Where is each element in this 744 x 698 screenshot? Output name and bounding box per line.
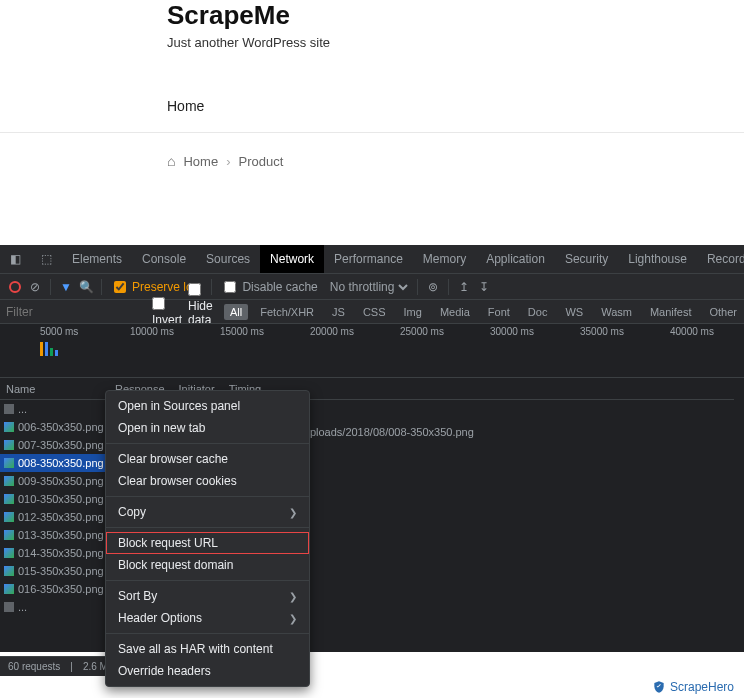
preserve-log-input[interactable] — [114, 281, 126, 293]
filter-other[interactable]: Other — [704, 304, 744, 320]
filter-font[interactable]: Font — [482, 304, 516, 320]
request-row[interactable]: ... — [0, 400, 105, 418]
request-row[interactable]: 015-350x350.png — [0, 562, 105, 580]
dock-icon[interactable]: ◧ — [0, 252, 31, 266]
timeline[interactable]: 5000 ms 10000 ms 15000 ms 20000 ms 25000… — [0, 323, 744, 377]
tab-lighthouse[interactable]: Lighthouse — [618, 245, 697, 273]
chevron-right-icon: › — [226, 154, 230, 169]
chevron-right-icon: ❯ — [289, 591, 297, 602]
chevron-right-icon: ❯ — [289, 507, 297, 518]
invert-input[interactable] — [152, 297, 165, 310]
inspect-icon[interactable]: ⬚ — [31, 252, 62, 266]
ctx-sort-by[interactable]: Sort By❯ — [106, 585, 309, 607]
breadcrumb-product[interactable]: Product — [239, 154, 284, 169]
tab-network[interactable]: Network — [260, 245, 324, 273]
request-row[interactable]: 009-350x350.png — [0, 472, 105, 490]
filter-media[interactable]: Media — [434, 304, 476, 320]
footer-brand[interactable]: ScrapeHero — [652, 680, 734, 694]
tab-application[interactable]: Application — [476, 245, 555, 273]
filter-doc[interactable]: Doc — [522, 304, 554, 320]
timeline-tick: 20000 ms — [310, 326, 354, 337]
separator — [417, 279, 418, 295]
ctx-block-url[interactable]: Block request URL — [106, 532, 309, 554]
site-title: ScrapeMe — [167, 0, 744, 31]
filter-icon[interactable]: ▼ — [57, 278, 75, 296]
filter-css[interactable]: CSS — [357, 304, 392, 320]
status-requests: 60 requests — [8, 661, 60, 672]
request-row[interactable]: 014-350x350.png — [0, 544, 105, 562]
site-tagline: Just another WordPress site — [167, 35, 744, 50]
separator — [101, 279, 102, 295]
home-icon[interactable]: ⌂ — [167, 153, 175, 169]
hide-data-input[interactable] — [188, 283, 201, 296]
download-icon[interactable]: ↧ — [475, 278, 493, 296]
ctx-open-tab[interactable]: Open in new tab — [106, 417, 309, 439]
menu-separator — [106, 443, 309, 444]
tab-elements[interactable]: Elements — [62, 245, 132, 273]
chevron-right-icon: ❯ — [289, 613, 297, 624]
request-row[interactable]: 016-350x350.png — [0, 580, 105, 598]
filter-wasm[interactable]: Wasm — [595, 304, 638, 320]
filter-all[interactable]: All — [224, 304, 248, 320]
timeline-tick: 15000 ms — [220, 326, 264, 337]
request-list-header[interactable]: Name — [0, 378, 105, 400]
filter-manifest[interactable]: Manifest — [644, 304, 698, 320]
menu-separator — [106, 496, 309, 497]
tab-security[interactable]: Security — [555, 245, 618, 273]
tab-console[interactable]: Console — [132, 245, 196, 273]
timeline-tick: 35000 ms — [580, 326, 624, 337]
request-row[interactable]: 013-350x350.png — [0, 526, 105, 544]
request-row[interactable]: 006-350x350.png — [0, 418, 105, 436]
timeline-tick: 5000 ms — [40, 326, 78, 337]
request-row[interactable]: 010-350x350.png — [0, 490, 105, 508]
footer-brand-text: ScrapeHero — [670, 680, 734, 694]
search-icon[interactable]: 🔍 — [77, 278, 95, 296]
separator — [50, 279, 51, 295]
ctx-override[interactable]: Override headers — [106, 660, 309, 682]
breadcrumb-home[interactable]: Home — [183, 154, 218, 169]
ctx-block-domain[interactable]: Block request domain — [106, 554, 309, 576]
tab-sources[interactable]: Sources — [196, 245, 260, 273]
disable-cache-checkbox[interactable]: Disable cache — [218, 280, 323, 294]
disable-cache-input[interactable] — [224, 281, 236, 293]
network-toolbar: ⊘ ▼ 🔍 Preserve log Disable cache No thro… — [0, 273, 744, 299]
menu-separator — [106, 580, 309, 581]
ctx-clear-cache[interactable]: Clear browser cache — [106, 448, 309, 470]
ctx-open-sources[interactable]: Open in Sources panel — [106, 395, 309, 417]
timeline-tick: 40000 ms — [670, 326, 714, 337]
upload-icon[interactable]: ↥ — [455, 278, 473, 296]
filter-img[interactable]: Img — [398, 304, 428, 320]
filter-input[interactable] — [6, 305, 146, 319]
filter-js[interactable]: JS — [326, 304, 351, 320]
breadcrumb: ⌂ Home › Product — [167, 153, 744, 169]
filter-bar: Invert Hide data URLs All Fetch/XHR JS C… — [0, 299, 744, 323]
timeline-tick: 30000 ms — [490, 326, 534, 337]
request-row[interactable]: 012-350x350.png — [0, 508, 105, 526]
request-row-selected[interactable]: 008-350x350.png — [0, 454, 105, 472]
timeline-tick: 10000 ms — [130, 326, 174, 337]
filter-fetchxhr[interactable]: Fetch/XHR — [254, 304, 320, 320]
invert-checkbox[interactable]: Invert — [152, 297, 182, 327]
disable-cache-label: Disable cache — [242, 280, 317, 294]
record-button[interactable] — [6, 278, 24, 296]
wifi-icon[interactable]: ⊚ — [424, 278, 442, 296]
request-row[interactable]: ... — [0, 598, 105, 616]
nav-home[interactable]: Home — [167, 98, 744, 114]
ctx-save-har[interactable]: Save all as HAR with content — [106, 638, 309, 660]
clear-button[interactable]: ⊘ — [26, 278, 44, 296]
ctx-clear-cookies[interactable]: Clear browser cookies — [106, 470, 309, 492]
timeline-bars — [40, 342, 58, 356]
tab-recorder[interactable]: Recorder — [697, 245, 744, 273]
throttling-select[interactable]: No throttling — [326, 279, 411, 295]
menu-separator — [106, 633, 309, 634]
ctx-header-options[interactable]: Header Options❯ — [106, 607, 309, 629]
ctx-copy[interactable]: Copy❯ — [106, 501, 309, 523]
request-row[interactable]: 007-350x350.png — [0, 436, 105, 454]
filter-ws[interactable]: WS — [559, 304, 589, 320]
tab-memory[interactable]: Memory — [413, 245, 476, 273]
request-list: Name ... 006-350x350.png 007-350x350.png… — [0, 378, 105, 652]
shield-icon — [652, 680, 666, 694]
tab-performance[interactable]: Performance — [324, 245, 413, 273]
nav-border — [0, 132, 744, 133]
context-menu: Open in Sources panel Open in new tab Cl… — [105, 390, 310, 687]
